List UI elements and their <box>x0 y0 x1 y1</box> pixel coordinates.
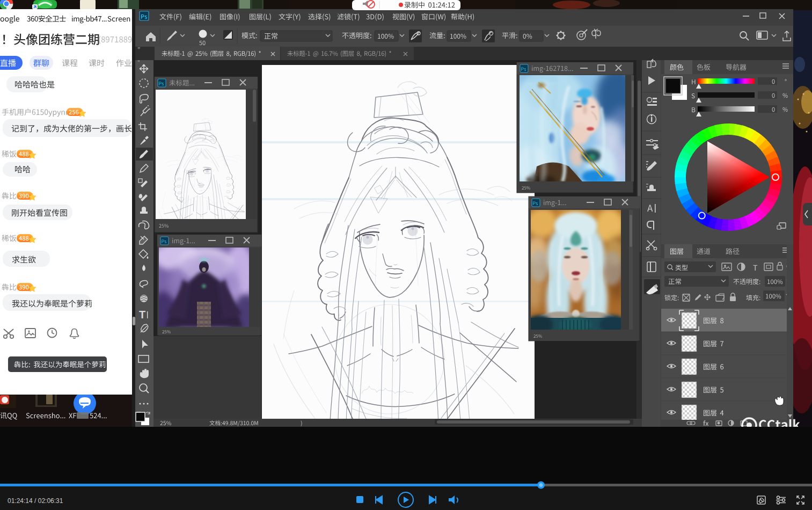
svg-text:01:24:14 / 02:06:31: 01:24:14 / 02:06:31 <box>8 497 63 505</box>
svg-text:T: T <box>139 309 145 320</box>
